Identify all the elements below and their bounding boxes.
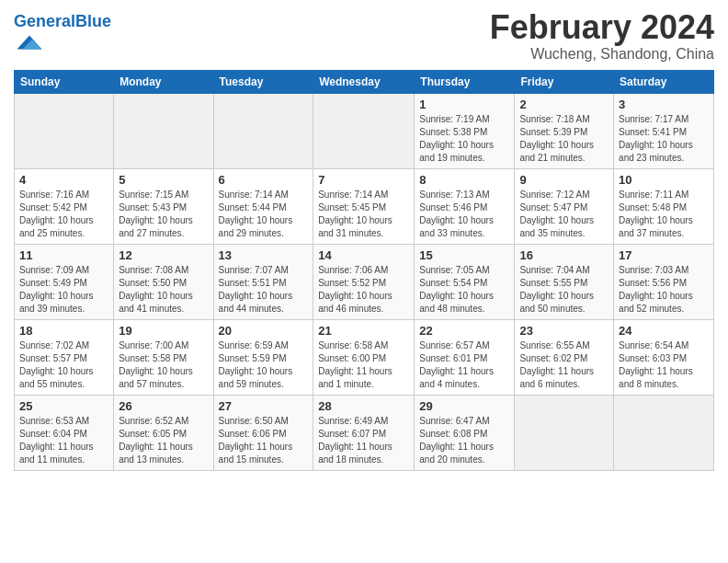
col-monday: Monday	[114, 70, 213, 93]
calendar-cell: 28Sunrise: 6:49 AMSunset: 6:07 PMDayligh…	[313, 395, 415, 470]
calendar-cell: 16Sunrise: 7:04 AMSunset: 5:55 PMDayligh…	[515, 244, 614, 319]
calendar-cell: 14Sunrise: 7:06 AMSunset: 5:52 PMDayligh…	[313, 244, 415, 319]
col-wednesday: Wednesday	[313, 70, 415, 93]
col-friday: Friday	[515, 70, 614, 93]
logo-text: GeneralBlue	[14, 13, 111, 31]
day-info: Sunrise: 7:00 AMSunset: 5:58 PMDaylight:…	[119, 339, 208, 391]
calendar-cell	[614, 395, 714, 470]
day-number: 21	[318, 324, 409, 338]
day-info: Sunrise: 6:49 AMSunset: 6:07 PMDaylight:…	[318, 415, 409, 466]
calendar-cell: 3Sunrise: 7:17 AMSunset: 5:41 PMDaylight…	[614, 93, 714, 168]
week-row-3: 18Sunrise: 7:02 AMSunset: 5:57 PMDayligh…	[15, 319, 714, 395]
calendar-cell: 1Sunrise: 7:19 AMSunset: 5:38 PMDaylight…	[415, 93, 515, 168]
day-info: Sunrise: 7:02 AMSunset: 5:57 PMDaylight:…	[19, 339, 108, 391]
calendar-cell	[213, 93, 313, 168]
day-info: Sunrise: 7:18 AMSunset: 5:39 PMDaylight:…	[519, 113, 609, 165]
day-info: Sunrise: 7:07 AMSunset: 5:51 PMDaylight:…	[219, 264, 309, 316]
calendar-cell: 13Sunrise: 7:07 AMSunset: 5:51 PMDayligh…	[213, 244, 313, 319]
week-row-4: 25Sunrise: 6:53 AMSunset: 6:04 PMDayligh…	[15, 395, 714, 470]
day-number: 9	[519, 173, 609, 187]
day-info: Sunrise: 6:50 AMSunset: 6:06 PMDaylight:…	[219, 415, 309, 466]
calendar-cell: 6Sunrise: 7:14 AMSunset: 5:44 PMDaylight…	[213, 168, 313, 244]
title-block: February 2024 Wucheng, Shandong, China	[490, 9, 714, 63]
calendar-cell: 18Sunrise: 7:02 AMSunset: 5:57 PMDayligh…	[15, 319, 114, 395]
day-info: Sunrise: 7:19 AMSunset: 5:38 PMDaylight:…	[419, 113, 509, 165]
logo-icon	[16, 31, 43, 53]
day-info: Sunrise: 6:54 AMSunset: 6:03 PMDaylight:…	[619, 339, 709, 391]
week-row-2: 11Sunrise: 7:09 AMSunset: 5:49 PMDayligh…	[15, 244, 714, 319]
calendar-cell: 4Sunrise: 7:16 AMSunset: 5:42 PMDaylight…	[15, 168, 114, 244]
day-info: Sunrise: 7:11 AMSunset: 5:48 PMDaylight:…	[619, 189, 709, 240]
calendar-cell: 19Sunrise: 7:00 AMSunset: 5:58 PMDayligh…	[114, 319, 213, 395]
day-info: Sunrise: 7:16 AMSunset: 5:42 PMDaylight:…	[19, 189, 108, 240]
location: Wucheng, Shandong, China	[490, 46, 714, 63]
day-number: 4	[19, 173, 108, 187]
calendar-cell: 22Sunrise: 6:57 AMSunset: 6:01 PMDayligh…	[415, 319, 515, 395]
day-number: 16	[519, 248, 609, 262]
day-number: 13	[219, 248, 309, 262]
day-number: 18	[19, 324, 108, 338]
day-info: Sunrise: 6:52 AMSunset: 6:05 PMDaylight:…	[119, 415, 208, 466]
logo-general: General	[14, 12, 75, 30]
day-info: Sunrise: 7:14 AMSunset: 5:44 PMDaylight:…	[219, 189, 309, 240]
calendar-cell: 20Sunrise: 6:59 AMSunset: 5:59 PMDayligh…	[213, 319, 313, 395]
calendar-header: Sunday Monday Tuesday Wednesday Thursday…	[15, 70, 714, 93]
day-info: Sunrise: 7:15 AMSunset: 5:43 PMDaylight:…	[119, 189, 208, 240]
calendar-cell: 26Sunrise: 6:52 AMSunset: 6:05 PMDayligh…	[114, 395, 213, 470]
calendar-cell	[114, 93, 213, 168]
day-number: 10	[619, 173, 709, 187]
calendar-cell: 27Sunrise: 6:50 AMSunset: 6:06 PMDayligh…	[213, 395, 313, 470]
calendar-cell: 5Sunrise: 7:15 AMSunset: 5:43 PMDaylight…	[114, 168, 213, 244]
day-number: 6	[219, 173, 309, 187]
day-info: Sunrise: 7:06 AMSunset: 5:52 PMDaylight:…	[318, 264, 409, 316]
logo: GeneralBlue	[14, 13, 111, 57]
day-info: Sunrise: 7:12 AMSunset: 5:47 PMDaylight:…	[519, 189, 609, 240]
calendar-cell: 23Sunrise: 6:55 AMSunset: 6:02 PMDayligh…	[515, 319, 614, 395]
day-info: Sunrise: 6:58 AMSunset: 6:00 PMDaylight:…	[318, 339, 409, 391]
week-row-0: 1Sunrise: 7:19 AMSunset: 5:38 PMDaylight…	[15, 93, 714, 168]
calendar-cell	[313, 93, 415, 168]
day-number: 19	[119, 324, 208, 338]
day-info: Sunrise: 6:57 AMSunset: 6:01 PMDaylight:…	[419, 339, 509, 391]
day-number: 5	[119, 173, 208, 187]
day-number: 3	[619, 98, 709, 111]
day-number: 1	[419, 98, 509, 111]
header-row: Sunday Monday Tuesday Wednesday Thursday…	[15, 70, 714, 93]
day-number: 2	[519, 98, 609, 111]
day-info: Sunrise: 6:55 AMSunset: 6:02 PMDaylight:…	[519, 339, 609, 391]
day-info: Sunrise: 7:08 AMSunset: 5:50 PMDaylight:…	[119, 264, 208, 316]
calendar-cell: 2Sunrise: 7:18 AMSunset: 5:39 PMDaylight…	[515, 93, 614, 168]
col-thursday: Thursday	[415, 70, 515, 93]
day-number: 11	[19, 248, 108, 262]
calendar-cell: 11Sunrise: 7:09 AMSunset: 5:49 PMDayligh…	[15, 244, 114, 319]
day-number: 17	[619, 248, 709, 262]
day-number: 23	[519, 324, 609, 338]
calendar-body: 1Sunrise: 7:19 AMSunset: 5:38 PMDaylight…	[15, 93, 714, 470]
day-number: 29	[419, 399, 509, 413]
header: GeneralBlue February 2024 Wucheng, Shand…	[14, 9, 714, 63]
day-number: 14	[318, 248, 409, 262]
day-info: Sunrise: 7:09 AMSunset: 5:49 PMDaylight:…	[19, 264, 108, 316]
calendar-cell: 29Sunrise: 6:47 AMSunset: 6:08 PMDayligh…	[415, 395, 515, 470]
calendar-cell: 8Sunrise: 7:13 AMSunset: 5:46 PMDaylight…	[415, 168, 515, 244]
calendar-cell: 24Sunrise: 6:54 AMSunset: 6:03 PMDayligh…	[614, 319, 714, 395]
calendar-cell	[15, 93, 114, 168]
calendar-cell: 9Sunrise: 7:12 AMSunset: 5:47 PMDaylight…	[515, 168, 614, 244]
week-row-1: 4Sunrise: 7:16 AMSunset: 5:42 PMDaylight…	[15, 168, 714, 244]
day-number: 24	[619, 324, 709, 338]
logo-blue: Blue	[75, 12, 111, 30]
page: GeneralBlue February 2024 Wucheng, Shand…	[0, 0, 728, 480]
calendar-cell	[515, 395, 614, 470]
day-info: Sunrise: 7:05 AMSunset: 5:54 PMDaylight:…	[419, 264, 509, 316]
col-tuesday: Tuesday	[213, 70, 313, 93]
calendar-cell: 25Sunrise: 6:53 AMSunset: 6:04 PMDayligh…	[15, 395, 114, 470]
day-number: 27	[219, 399, 309, 413]
calendar-table: Sunday Monday Tuesday Wednesday Thursday…	[14, 70, 714, 471]
day-info: Sunrise: 7:17 AMSunset: 5:41 PMDaylight:…	[619, 113, 709, 165]
day-number: 28	[318, 399, 409, 413]
day-number: 12	[119, 248, 208, 262]
day-number: 22	[419, 324, 509, 338]
day-info: Sunrise: 7:13 AMSunset: 5:46 PMDaylight:…	[419, 189, 509, 240]
day-number: 20	[219, 324, 309, 338]
calendar-cell: 21Sunrise: 6:58 AMSunset: 6:00 PMDayligh…	[313, 319, 415, 395]
